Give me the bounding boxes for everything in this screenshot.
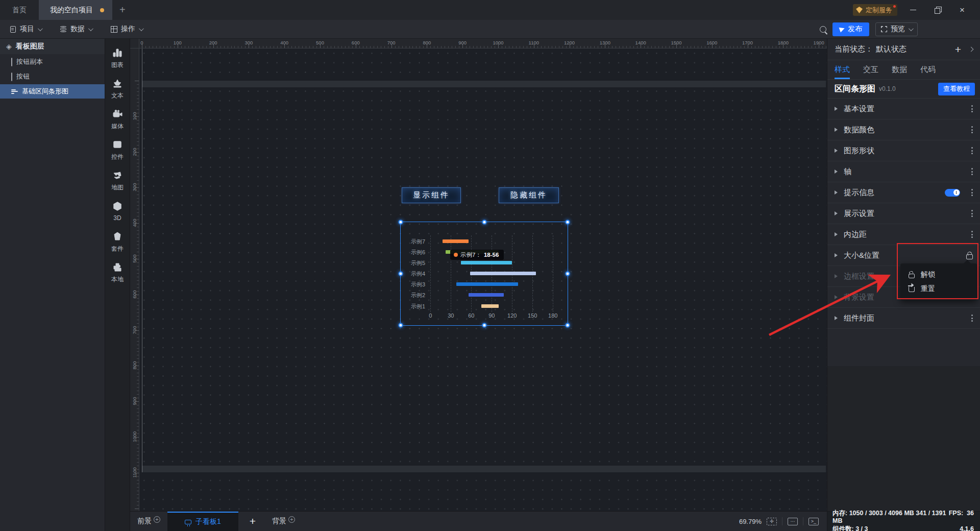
selection-handle[interactable] <box>566 323 570 328</box>
section-menu-dots[interactable] <box>971 189 973 196</box>
caret-right-icon <box>835 170 838 174</box>
fit-view-icon[interactable]: ✢ <box>767 518 777 525</box>
layer-item-基础区间条形图[interactable]: 基础区间条形图 <box>0 84 105 99</box>
add-foreground-icon[interactable]: + <box>154 516 160 523</box>
layer-item-按钮副本[interactable]: 按钮副本 <box>0 55 105 69</box>
menu-操作[interactable]: 操作 <box>101 20 152 38</box>
tab-home[interactable]: 首页 <box>0 0 39 20</box>
selection-handle[interactable] <box>482 323 486 328</box>
tutorial-button[interactable]: 查看教程 <box>938 83 975 95</box>
layer-item-按钮[interactable]: 按钮 <box>0 69 105 84</box>
panel-tab-交互[interactable]: 交互 <box>863 60 878 79</box>
section-label: 组件封面 <box>844 313 874 323</box>
selection-handle[interactable] <box>399 272 403 276</box>
custom-service-badge[interactable]: 定制服务 <box>853 4 897 16</box>
menu-数据[interactable]: 数据 <box>51 20 101 38</box>
component-bar-地图[interactable]: 地图 <box>105 165 130 196</box>
selection-handle[interactable] <box>566 220 570 225</box>
search-icon[interactable] <box>820 26 826 33</box>
component-bar-图表[interactable]: 图表 <box>105 43 130 74</box>
section-组件封面[interactable]: 组件封面 <box>827 308 980 329</box>
background-label: 背景 <box>272 517 286 526</box>
chart-category-label: 示例2 <box>401 292 425 299</box>
new-tab-button[interactable]: + <box>112 0 133 20</box>
kit-icon <box>112 231 122 243</box>
section-图形形状[interactable]: 图形形状 <box>827 140 980 161</box>
section-menu-dots[interactable] <box>971 231 973 238</box>
menu-label: 操作 <box>121 25 135 34</box>
component-bar-控件[interactable]: 控件 <box>105 135 130 165</box>
section-menu-dots[interactable] <box>971 210 973 217</box>
component-bar-label: 3D <box>113 214 121 222</box>
section-数据颜色[interactable]: 数据颜色 <box>827 119 980 140</box>
ruler-number: 1900 <box>814 40 824 45</box>
selection-handle[interactable] <box>566 272 570 276</box>
component-bar-套件[interactable]: 套件 <box>105 227 130 257</box>
section-menu-dots[interactable] <box>971 126 973 133</box>
close-icon: × <box>960 6 965 14</box>
board-icon <box>185 520 191 524</box>
component-bar-本地[interactable]: 本地 <box>105 257 130 288</box>
section-menu-dots[interactable] <box>971 105 973 112</box>
component-bar-3D[interactable]: 3D <box>105 196 130 227</box>
preview-button[interactable]: 预览 <box>875 22 918 36</box>
component-bar-文本[interactable]: 文本 <box>105 74 130 104</box>
foreground-group[interactable]: 前景 + <box>132 512 165 531</box>
tab-project[interactable]: 我的空白项目 <box>39 0 112 20</box>
panel-tab-数据[interactable]: 数据 <box>892 60 907 79</box>
section-提示信息[interactable]: 提示信息 <box>827 182 980 203</box>
show-component-button[interactable]: 显示组件 <box>402 187 461 203</box>
selection-handle[interactable] <box>482 220 486 225</box>
keyboard-shortcuts-icon[interactable]: ⋯ <box>788 518 798 525</box>
selection-handle[interactable] <box>399 323 403 328</box>
section-展示设置[interactable]: 展示设置 <box>827 203 980 224</box>
minimize-button[interactable] <box>904 0 922 20</box>
selection-handle[interactable] <box>399 220 403 225</box>
chevron-down-icon <box>909 26 914 31</box>
state-expand-chevron[interactable] <box>969 47 974 52</box>
maximize-button[interactable] <box>929 0 946 20</box>
add-state-button[interactable]: + <box>955 43 961 56</box>
menu-label: 数据 <box>70 25 85 34</box>
panel-tab-样式[interactable]: 样式 <box>835 60 850 79</box>
section-内边距[interactable]: 内边距 <box>827 224 980 245</box>
close-button[interactable]: × <box>953 0 971 20</box>
media-icon <box>112 109 122 120</box>
artboard-left-edge <box>142 49 142 472</box>
add-background-icon[interactable]: + <box>288 516 295 523</box>
tooltip-toggle-on[interactable] <box>945 189 960 197</box>
tab-home-label: 首页 <box>12 6 27 15</box>
section-menu-dots[interactable] <box>971 315 973 322</box>
layers-panel-header[interactable]: ◈ 看板图层 <box>0 39 105 54</box>
ruler-number: 700 <box>132 322 137 337</box>
console-icon[interactable]: >_ <box>808 518 819 525</box>
zoom-level[interactable]: 69.79% <box>739 518 762 525</box>
section-label: 提示信息 <box>844 188 874 198</box>
panel-tabs: 样式交互数据代码 <box>827 60 980 80</box>
section-基本设置[interactable]: 基本设置 <box>827 99 980 119</box>
chart-category-label: 示例3 <box>401 281 425 288</box>
chart-gridline <box>451 235 451 312</box>
hide-component-button[interactable]: 隐藏组件 <box>499 187 559 203</box>
ruler-number: 700 <box>387 40 396 45</box>
section-轴[interactable]: 轴 <box>827 161 980 182</box>
chart-icon <box>112 47 122 59</box>
panel-tab-代码[interactable]: 代码 <box>920 60 936 79</box>
component-version: v0.1.0 <box>879 85 896 92</box>
chart-x-tick: 150 <box>528 312 537 319</box>
range-bar-chart-component[interactable]: 0306090120150180示例7示例6示例5示例4示例3示例2示例1 示例… <box>401 222 568 325</box>
section-menu-dots[interactable] <box>971 147 973 154</box>
publish-button[interactable]: 发布 <box>832 22 869 36</box>
chart-x-tick: 120 <box>507 312 517 319</box>
canvas[interactable]: 0100200300400500600700800900100011001200… <box>130 39 827 511</box>
add-board-button[interactable]: + <box>238 515 267 527</box>
menu-项目[interactable]: 项目 <box>0 20 51 38</box>
chart-category-label: 示例4 <box>401 270 425 278</box>
ruler-number: 100 <box>132 108 137 124</box>
component-bar-label: 媒体 <box>111 122 124 131</box>
component-bar-媒体[interactable]: 媒体 <box>105 104 130 135</box>
board-tab[interactable]: 子看板1 <box>167 512 238 531</box>
background-group[interactable]: 背景 + <box>267 512 300 531</box>
send-icon <box>839 26 846 33</box>
section-menu-dots[interactable] <box>971 168 973 175</box>
